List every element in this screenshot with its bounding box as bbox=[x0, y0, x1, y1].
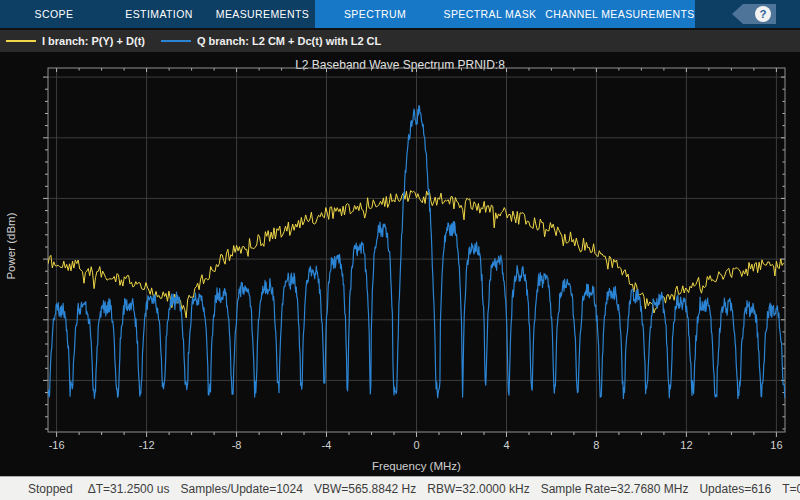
svg-text:-8: -8 bbox=[232, 439, 242, 451]
legend-item-q-branch[interactable]: Q branch: L2 CM + Dc(t) with L2 CL bbox=[161, 35, 381, 47]
svg-text:12: 12 bbox=[680, 439, 692, 451]
tab-scope[interactable]: SCOPE bbox=[0, 0, 108, 28]
status-vbw: VBW=565.8842 Hz bbox=[314, 482, 416, 496]
q-branch-legend-label: Q branch: L2 CM + Dc(t) with L2 CL bbox=[197, 35, 381, 47]
q-branch-line-swatch-icon bbox=[161, 40, 191, 42]
status-state: Stopped bbox=[28, 482, 73, 496]
spectrum-analyzer-window: SCOPE ESTIMATION MEASUREMENTS SPECTRUM S… bbox=[0, 0, 800, 500]
tab-estimation[interactable]: ESTIMATION bbox=[108, 0, 210, 28]
svg-text:-16: -16 bbox=[49, 439, 65, 451]
status-bar: Stopped ΔT=31.2500 us Samples/Update=102… bbox=[0, 476, 800, 500]
y-axis-label: Power (dBm) bbox=[5, 201, 17, 291]
legend-item-i-branch[interactable]: I branch: P(Y) + D(t) bbox=[6, 35, 145, 47]
spectrum-plot-area[interactable]: L2 Baseband Wave Spectrum PRNID:8 -16-12… bbox=[0, 52, 800, 476]
status-time: T=0.0193 bbox=[782, 482, 800, 496]
toolstrip-tab-bar: SCOPE ESTIMATION MEASUREMENTS SPECTRUM S… bbox=[0, 0, 800, 28]
tab-spectral-mask[interactable]: SPECTRAL MASK bbox=[435, 0, 545, 28]
tab-spectrum[interactable]: SPECTRUM bbox=[315, 0, 435, 28]
status-samples-per-update: Samples/Update=1024 bbox=[180, 482, 302, 496]
i-branch-line-swatch-icon bbox=[6, 40, 36, 42]
svg-text:16: 16 bbox=[770, 439, 782, 451]
i-branch-legend-label: I branch: P(Y) + D(t) bbox=[42, 35, 145, 47]
status-delta-t: ΔT=31.2500 us bbox=[88, 482, 170, 496]
spectrum-axes-canvas[interactable]: -16-12-8-4048121620100-10-20-30 bbox=[42, 62, 791, 462]
status-sample-rate: Sample Rate=32.7680 MHz bbox=[541, 482, 689, 496]
x-axis-label: Frequency (MHz) bbox=[48, 460, 785, 472]
status-updates: Updates=616 bbox=[699, 482, 771, 496]
legend-bar: I branch: P(Y) + D(t) Q branch: L2 CM + … bbox=[0, 28, 800, 52]
tab-channel-measurements[interactable]: CHANNEL MEASUREMENTS bbox=[545, 0, 695, 28]
svg-text:8: 8 bbox=[593, 439, 599, 451]
help-button[interactable]: ? bbox=[732, 4, 776, 24]
svg-text:0: 0 bbox=[413, 439, 419, 451]
svg-text:-12: -12 bbox=[139, 439, 155, 451]
status-rbw: RBW=32.0000 kHz bbox=[427, 482, 529, 496]
svg-text:4: 4 bbox=[503, 439, 509, 451]
tab-measurements[interactable]: MEASUREMENTS bbox=[210, 0, 315, 28]
help-question-icon: ? bbox=[755, 6, 771, 22]
tab-bar-filler: ? bbox=[695, 0, 800, 28]
svg-text:-4: -4 bbox=[322, 439, 332, 451]
